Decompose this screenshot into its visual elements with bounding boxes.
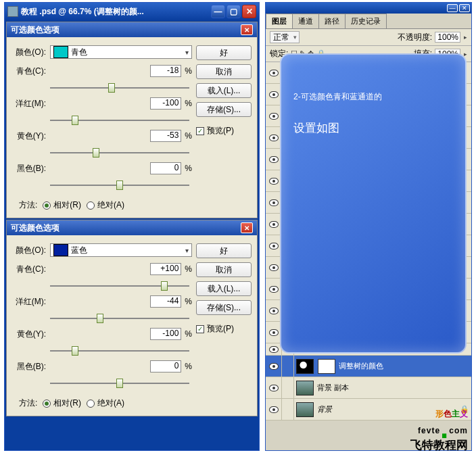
layer-thumb xyxy=(296,381,314,395)
yellow-slider[interactable] xyxy=(50,345,189,357)
ok-button-2[interactable]: 好 xyxy=(196,243,252,258)
dialog1-title: 可选颜色选项 xyxy=(11,24,60,36)
magenta-value-input[interactable]: -100 xyxy=(150,97,181,110)
opacity-value[interactable]: 100% xyxy=(435,32,460,43)
color-dropdown-2[interactable]: 蓝色 ▾ xyxy=(50,243,192,257)
cyan-value-input[interactable]: +100 xyxy=(150,263,181,275)
panel-tabs: 图层通道路径历史记录 xyxy=(266,14,471,29)
blend-mode-dropdown[interactable]: 正常 xyxy=(270,31,300,43)
color-swatch-blue xyxy=(53,244,68,256)
cyan-slider[interactable] xyxy=(50,82,189,94)
yellow-value-input[interactable]: -100 xyxy=(150,328,181,340)
arrow-icon[interactable]: ▸ xyxy=(464,34,467,41)
visibility-eye-icon[interactable] xyxy=(269,221,279,228)
black-slider[interactable] xyxy=(50,377,189,389)
dialog1-close-icon[interactable]: ✕ xyxy=(241,24,253,35)
layer-name[interactable]: 背景 副本 xyxy=(316,383,471,393)
visibility-eye-icon[interactable] xyxy=(269,243,279,249)
visibility-eye-icon[interactable] xyxy=(269,178,279,185)
load-button-2[interactable]: 载入(L)... xyxy=(196,281,252,296)
close-button[interactable]: ✕ xyxy=(242,5,256,18)
visibility-eye-icon[interactable] xyxy=(269,156,279,163)
maximize-button[interactable]: ▢ xyxy=(227,5,241,18)
layer-row-selected[interactable]: 调整树的颜色 xyxy=(266,356,471,377)
black-label: 黑色(B): xyxy=(12,361,50,372)
magenta-slider[interactable] xyxy=(50,114,189,126)
selective-color-dialog-2: 可选颜色选项 ✕ 颜色(O): 蓝色 ▾ 青色(C): +100 % xyxy=(6,220,258,416)
percent-unit: % xyxy=(185,99,192,108)
visibility-eye-icon[interactable] xyxy=(269,346,279,353)
layer-thumb xyxy=(296,402,314,417)
panel-topbar: — ✕ xyxy=(266,3,471,14)
preview-check-2[interactable]: ✓预览(P) xyxy=(196,323,252,335)
tab-通道[interactable]: 通道 xyxy=(292,14,319,28)
visibility-eye-icon[interactable] xyxy=(269,199,279,206)
cyan-label: 青色(C): xyxy=(12,264,50,275)
radio-relative-1[interactable]: 相对(R) xyxy=(43,199,81,211)
visibility-eye-icon[interactable] xyxy=(269,113,279,120)
radio-relative-2[interactable]: 相对(R) xyxy=(43,398,81,409)
yellow-slider[interactable] xyxy=(50,147,189,159)
cancel-button-2[interactable]: 取消 xyxy=(196,262,252,277)
app-icon xyxy=(7,6,18,17)
percent-unit: % xyxy=(185,329,192,339)
preview-check-1[interactable]: ✓预览(P) xyxy=(196,125,252,137)
visibility-eye-icon[interactable] xyxy=(269,286,279,293)
watermark-tag: 飞特教程网 xyxy=(410,437,468,453)
color-dropdown-1[interactable]: 青色 ▾ xyxy=(50,45,192,59)
tab-历史记录[interactable]: 历史记录 xyxy=(345,14,387,28)
magenta-slider[interactable] xyxy=(50,312,189,324)
selective-color-dialog-1: 可选颜色选项 ✕ 颜色(O): 青色 ▾ 青色(C): -18 % xyxy=(6,22,258,218)
cyan-value-input[interactable]: -18 xyxy=(150,65,181,77)
panel-close-button[interactable]: ✕ xyxy=(459,4,470,12)
cyan-slider[interactable] xyxy=(50,280,189,292)
dialog2-close-icon[interactable]: ✕ xyxy=(241,222,253,233)
ok-button-1[interactable]: 好 xyxy=(196,45,252,60)
color-label: 颜色(O): xyxy=(12,245,50,256)
black-slider[interactable] xyxy=(50,179,189,191)
chevron-down-icon: ▾ xyxy=(185,247,189,254)
magenta-label: 洋红(M): xyxy=(12,296,50,308)
tab-图层[interactable]: 图层 xyxy=(266,14,293,28)
black-value-input[interactable]: 0 xyxy=(150,162,181,174)
visibility-eye-icon[interactable] xyxy=(269,406,279,413)
watermark-brand: 形色主义 xyxy=(410,404,468,420)
chevron-down-icon: ▾ xyxy=(185,49,189,56)
magenta-value-input[interactable]: -44 xyxy=(150,295,181,308)
dialog2-titlebar[interactable]: 可选颜色选项 ✕ xyxy=(7,220,257,235)
mask-thumb xyxy=(318,359,335,374)
note-line2: 设置如图 xyxy=(293,120,453,136)
cancel-button-1[interactable]: 取消 xyxy=(196,64,252,79)
watermark-site: fevte.com xyxy=(410,420,468,437)
load-button-1[interactable]: 载入(L)... xyxy=(196,83,252,98)
visibility-eye-icon[interactable] xyxy=(269,264,279,271)
black-value-input[interactable]: 0 xyxy=(150,360,181,372)
visibility-eye-icon[interactable] xyxy=(269,363,279,370)
main-app-window: 教程 .psd @ 66.7% (调整树的颜... — ▢ ✕ 可选颜色选项 ✕… xyxy=(4,2,260,451)
radio-absolute-1[interactable]: 绝对(A) xyxy=(87,199,124,211)
tab-路径[interactable]: 路径 xyxy=(318,14,346,28)
percent-unit: % xyxy=(185,264,192,274)
main-titlebar[interactable]: 教程 .psd @ 66.7% (调整树的颜... — ▢ ✕ xyxy=(5,3,259,20)
layer-row[interactable]: 背景 副本 xyxy=(266,377,471,399)
dialog2-title: 可选颜色选项 xyxy=(11,222,60,234)
yellow-value-input[interactable]: -53 xyxy=(150,130,181,142)
visibility-eye-icon[interactable] xyxy=(269,70,279,76)
window-title: 教程 .psd @ 66.7% (调整树的颜... xyxy=(21,6,144,18)
visibility-eye-icon[interactable] xyxy=(269,91,279,98)
panel-minimize-button[interactable]: — xyxy=(447,4,458,12)
save-button-1[interactable]: 存储(S)... xyxy=(196,102,252,117)
black-label: 黑色(B): xyxy=(12,163,50,174)
radio-absolute-2[interactable]: 绝对(A) xyxy=(87,398,124,409)
layer-name[interactable]: 调整树的颜色 xyxy=(337,361,471,371)
save-button-2[interactable]: 存储(S)... xyxy=(196,300,252,315)
minimize-button[interactable]: — xyxy=(211,5,225,18)
color-dropdown-value: 蓝色 xyxy=(71,245,87,256)
dialog1-titlebar[interactable]: 可选颜色选项 ✕ xyxy=(7,22,257,37)
visibility-eye-icon[interactable] xyxy=(269,135,279,141)
visibility-eye-icon[interactable] xyxy=(269,385,279,391)
note-line1: 2-可选颜色青和蓝通道的 xyxy=(293,91,453,103)
visibility-eye-icon[interactable] xyxy=(269,308,279,314)
arrow-icon[interactable]: ▸ xyxy=(464,51,467,57)
visibility-eye-icon[interactable] xyxy=(269,329,279,336)
